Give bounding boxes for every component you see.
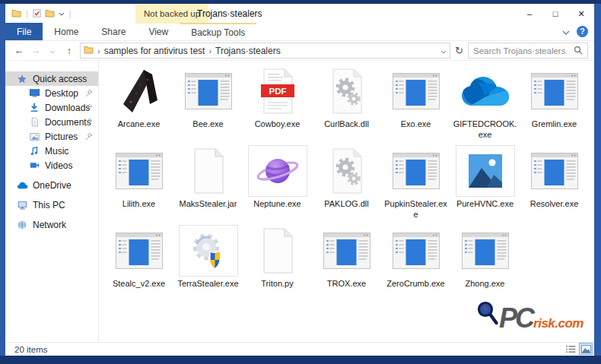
breadcrumb[interactable]: › samples for antivirus test › Trojans·s… [80,43,450,59]
file-name: Exo.exe [383,119,450,130]
tab-home[interactable]: Home [43,23,90,40]
sidebar-item-videos[interactable]: Videos [5,158,98,173]
arcane-logo-icon [110,65,169,117]
sidebar-item-label: Desktop [45,88,78,99]
file-name: Triton.py [244,279,311,290]
this-pc-icon [16,199,28,211]
minimize-button[interactable]: – [517,4,542,24]
star-icon [16,73,28,85]
details-view-icon[interactable] [564,343,577,355]
file-item[interactable]: TROX.exe [312,225,381,305]
file-item[interactable]: Exo.exe [381,65,450,145]
sidebar-item-documents[interactable]: Documents [5,115,98,129]
pin-icon [85,103,93,114]
videos-icon [28,160,40,172]
checkbox-icon[interactable] [33,7,41,21]
file-item[interactable]: MaksStealer.jar [173,145,243,225]
refresh-button[interactable]: ↻ [455,45,463,56]
sidebar-item-this-pc[interactable]: This PC [5,198,98,212]
folder-icon[interactable] [11,7,21,21]
file-item[interactable]: Gremlin.exe [520,65,589,145]
network-icon [16,219,28,231]
app-window-icon [525,145,584,197]
file-item[interactable]: PDF Cowboy.exe [243,65,312,145]
app-window-icon [525,65,584,117]
file-item[interactable]: ZeroCrumb.exe [381,225,450,305]
tab-share[interactable]: Share [90,23,137,40]
sidebar-item-quick-access[interactable]: Quick access [5,71,98,86]
sidebar-item-label: Quick access [33,74,87,84]
sidebar-item-pictures[interactable]: Pictures [5,129,98,144]
tab-view[interactable]: View [137,23,180,40]
close-button[interactable]: ✕ [568,4,594,24]
sidebar-item-music[interactable]: Music [5,144,98,158]
file-name: TerraStealer.exe [175,279,242,290]
sidebar-item-network[interactable]: Network [5,217,98,232]
search-input[interactable]: Search Trojans·stealers [473,46,571,55]
caret-down-icon[interactable] [59,12,65,16]
file-name: PureHVNC.exe [452,199,519,210]
breadcrumb-separator: › [208,46,212,55]
history-chevron-icon[interactable] [46,45,59,56]
file-item[interactable]: PureHVNC.exe [450,145,520,225]
file-item[interactable]: GIFTEDCROOK.exe [450,65,520,145]
file-item[interactable]: Neptune.exe [243,145,312,225]
sidebar-item-label: Downloads [45,103,90,113]
breadcrumb-segment[interactable]: samples for antivirus test [104,46,205,56]
sidebar-item-downloads[interactable]: Downloads [5,100,98,115]
file-item[interactable]: Triton.py [243,225,312,305]
file-item[interactable]: Zhong.exe [450,225,520,305]
planet-icon [248,145,307,197]
file-item[interactable]: Stealc_v2.exe [104,225,173,305]
file-name: MaksStealer.jar [175,199,242,210]
file-name: PAKLOG.dll [313,199,380,210]
tab-file[interactable]: File [5,23,43,40]
file-name: ZeroCrumb.exe [383,279,450,290]
sidebar-item-label: This PC [33,200,65,210]
app-window-icon [386,225,446,277]
file-item[interactable]: PupkinStealer.exe [381,145,450,225]
sidebar-item-desktop[interactable]: Desktop [5,86,98,100]
back-button[interactable]: ← [13,45,25,56]
app-window-icon [386,65,446,117]
app-window-icon [386,145,446,197]
maximize-button[interactable]: □ [542,4,568,24]
tab-backup-tools[interactable]: Backup Tools [180,23,256,40]
thumbnail-view-icon[interactable] [579,343,593,355]
file-item[interactable]: Arcane.exe [104,65,173,145]
watermark-risk-text: risk.com [533,318,584,329]
file-item[interactable]: Bee.exe [173,65,243,145]
search-icon[interactable] [574,44,583,58]
address-dropdown-icon[interactable] [440,46,447,56]
help-button[interactable]: ? [577,26,588,37]
file-item[interactable]: CurlBack.dll [312,65,381,145]
folder-icon[interactable] [45,7,55,21]
sidebar-item-onedrive[interactable]: OneDrive [5,178,98,192]
sidebar-item-label: Pictures [45,131,78,142]
ribbon-tabs: FileHomeShareViewBackup Tools ? [5,24,594,41]
navigation-pane: Quick accessDesktopDownloadsDocumentsPic… [5,61,99,342]
up-button[interactable]: ↑ [63,45,75,56]
file-item[interactable]: TerraStealer.exe [173,225,243,305]
forward-button[interactable]: → [30,45,42,56]
file-item[interactable]: Resolver.exe [520,145,589,225]
file-name: GIFTEDCROOK.exe [452,119,519,141]
separator: | [26,9,28,18]
search-box[interactable]: Search Trojans·stealers [468,43,588,59]
file-item[interactable]: Lilith.exe [104,145,173,225]
separator: | [69,9,72,18]
file-item[interactable]: PAKLOG.dll [312,145,381,225]
sidebar-item-label: Videos [45,160,72,171]
file-name: Resolver.exe [521,199,588,210]
file-name: Arcane.exe [106,119,173,130]
ribbon-right: ? [562,24,588,38]
titlebar: | | Not backed up Trojans·stealers – □ ✕ [5,4,594,24]
photos-icon [456,145,515,197]
chevron-down-icon[interactable] [562,24,570,38]
file-name: Bee.exe [175,119,242,130]
breadcrumb-segment[interactable]: Trojans·stealers [215,46,281,56]
pdf-document-icon: PDF [248,65,307,117]
window-controls: – □ ✕ [517,4,594,24]
frame-bottom-strip [0,356,601,364]
installer-shield-icon [179,225,238,277]
